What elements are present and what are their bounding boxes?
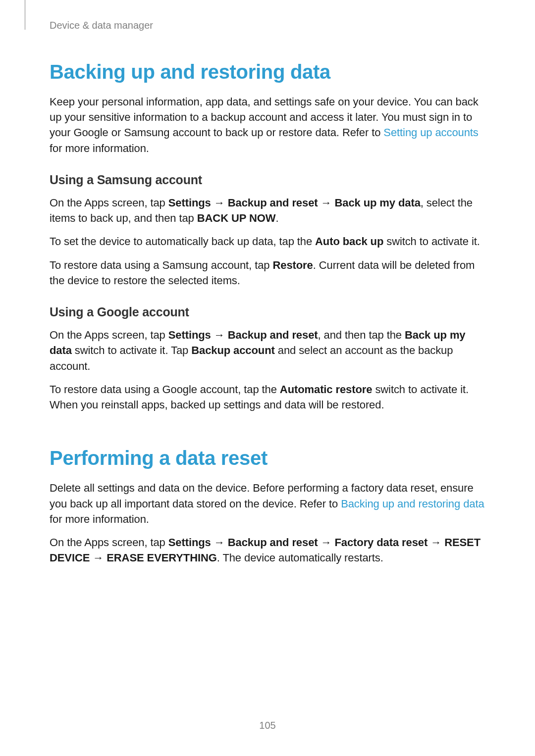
bold-backup-reset: Backup and reset [228,536,318,549]
google-p2: To restore data using a Google account, … [50,382,485,412]
reset-p1: Delete all settings and data on the devi… [50,480,485,527]
section-label: Device & data manager [50,20,485,31]
bold-restore: Restore [272,259,313,271]
text: switch to activate it. Tap [72,344,191,356]
page-number: 105 [0,720,535,731]
arrow: → [318,536,335,549]
intro-text-2: for more information. [50,142,149,154]
bold-erase-everything: ERASE EVERYTHING [107,552,217,564]
text: . The device automatically restarts. [217,552,383,564]
link-backing-up[interactable]: Backing up and restoring data [341,498,484,510]
text: switch to activate it. [383,235,480,248]
text: , and then tap the [318,329,405,341]
google-p1: On the Apps screen, tap Settings → Backu… [50,327,485,374]
reset-p2: On the Apps screen, tap Settings → Backu… [50,535,485,565]
samsung-p3: To restore data using a Samsung account,… [50,257,485,288]
samsung-p1: On the Apps screen, tap Settings → Backu… [50,195,485,226]
intro-paragraph: Keep your personal information, app data… [50,94,485,156]
text: On the Apps screen, tap [50,329,168,341]
bold-back-up-my-data: Back up my data [334,197,420,209]
heading-backing-up: Backing up and restoring data [50,61,485,83]
arrow: → [90,552,107,564]
text: To restore data using a Google account, … [50,383,280,396]
bold-automatic-restore: Automatic restore [280,383,373,396]
arrow: → [211,536,228,549]
text: To restore data using a Samsung account,… [50,259,272,271]
text: On the Apps screen, tap [50,197,168,209]
heading-data-reset: Performing a data reset [50,447,485,469]
bold-auto-back-up: Auto back up [315,235,383,248]
bold-settings: Settings [168,197,211,209]
bold-settings: Settings [168,536,211,549]
text: for more information. [50,513,149,525]
samsung-p2: To set the device to automatically back … [50,234,485,249]
subheading-samsung: Using a Samsung account [50,173,485,187]
arrow: → [428,536,444,549]
text: To set the device to automatically back … [50,235,315,248]
link-setting-up-accounts[interactable]: Setting up accounts [383,126,478,139]
bold-back-up-now: BACK UP NOW [197,212,276,224]
arrow: → [211,329,228,341]
bold-backup-reset: Backup and reset [228,197,318,209]
bold-backup-account: Backup account [191,344,275,356]
header-divider [25,0,25,30]
arrow: → [211,197,228,209]
bold-backup-reset: Backup and reset [228,329,318,341]
arrow: → [318,197,335,209]
subheading-google: Using a Google account [50,305,485,319]
bold-settings: Settings [168,329,211,341]
text: On the Apps screen, tap [50,536,168,549]
text: . [275,212,278,224]
bold-factory-reset: Factory data reset [334,536,428,549]
